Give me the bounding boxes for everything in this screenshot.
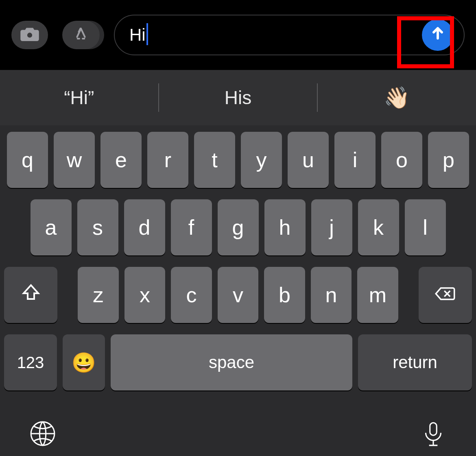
key-r[interactable]: r: [147, 132, 188, 188]
key-numeric[interactable]: 123: [4, 334, 57, 391]
arrow-up-icon: [430, 25, 446, 45]
key-i[interactable]: i: [334, 132, 376, 188]
key-shift[interactable]: [4, 267, 57, 323]
text-caret: [146, 23, 148, 45]
key-s[interactable]: s: [77, 199, 118, 255]
key-w[interactable]: w: [54, 132, 95, 188]
key-emoji[interactable]: 😀: [63, 334, 105, 391]
suggestion-2[interactable]: His: [159, 70, 317, 125]
key-g[interactable]: g: [218, 199, 259, 255]
key-q[interactable]: q: [7, 132, 48, 188]
compose-bar: Hi: [0, 0, 476, 70]
send-button[interactable]: [422, 19, 454, 51]
backspace-icon: [434, 283, 456, 307]
svg-rect-3: [430, 423, 437, 435]
key-j[interactable]: j: [311, 199, 352, 255]
suggestion-1[interactable]: “Hi”: [0, 70, 158, 125]
suggestion-3[interactable]: 👋🏻: [318, 70, 476, 125]
key-k[interactable]: k: [358, 199, 399, 255]
key-t[interactable]: t: [194, 132, 235, 188]
key-p[interactable]: p: [428, 132, 469, 188]
key-m[interactable]: m: [357, 267, 398, 323]
key-f[interactable]: f: [171, 199, 212, 255]
key-return[interactable]: return: [358, 334, 472, 391]
key-u[interactable]: u: [288, 132, 329, 188]
key-a[interactable]: a: [31, 199, 72, 255]
key-backspace[interactable]: [419, 267, 472, 323]
key-d[interactable]: d: [124, 199, 165, 255]
camera-button[interactable]: [11, 21, 48, 49]
key-e[interactable]: e: [100, 132, 142, 188]
key-o[interactable]: o: [381, 132, 422, 188]
key-h[interactable]: h: [264, 199, 306, 255]
key-c[interactable]: c: [171, 267, 212, 323]
dictation-button[interactable]: [420, 420, 447, 449]
key-v[interactable]: v: [218, 267, 258, 323]
quicktype-bar: “Hi” His 👋🏻: [0, 70, 476, 125]
key-z[interactable]: z: [78, 267, 118, 323]
keyboard: q w e r t y u i o p a s d f g h j k l z …: [0, 125, 476, 456]
key-space[interactable]: space: [111, 334, 352, 391]
key-b[interactable]: b: [264, 267, 305, 323]
key-x[interactable]: x: [124, 267, 165, 323]
globe-icon: [29, 441, 56, 448]
appstore-icon: [72, 25, 90, 45]
key-y[interactable]: y: [241, 132, 282, 188]
globe-button[interactable]: [29, 420, 56, 449]
message-input[interactable]: Hi: [114, 15, 465, 55]
camera-icon: [19, 26, 40, 44]
key-l[interactable]: l: [405, 199, 446, 255]
message-text: Hi: [129, 25, 146, 45]
key-n[interactable]: n: [311, 267, 352, 323]
apps-button[interactable]: [59, 21, 103, 49]
shift-icon: [21, 283, 41, 307]
microphone-icon: [420, 441, 447, 448]
